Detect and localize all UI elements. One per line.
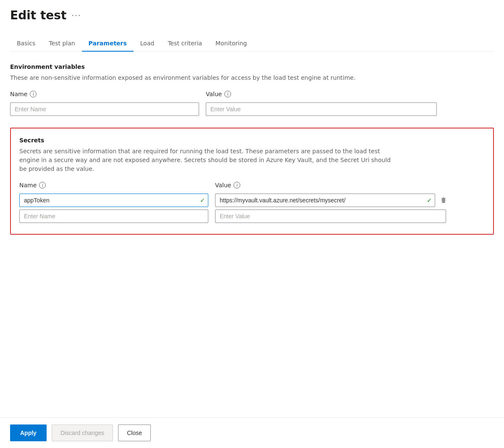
secrets-delete-button-1[interactable] <box>437 194 450 207</box>
tab-monitoring[interactable]: Monitoring <box>209 36 254 52</box>
env-variables-labels: Name i Value i <box>10 91 494 100</box>
secrets-value-check-icon: ✓ <box>427 197 432 204</box>
secrets-section: Secrets Secrets are sensitive informatio… <box>10 128 494 235</box>
secrets-name-input-2[interactable] <box>19 210 208 223</box>
env-value-label: Value i <box>206 91 437 97</box>
trash-icon <box>440 197 447 204</box>
secrets-labels: Name i Value i <box>19 182 485 191</box>
tab-parameters[interactable]: Parameters <box>82 36 134 52</box>
page-title: Edit test <box>10 8 66 22</box>
env-name-input[interactable] <box>10 102 199 116</box>
secrets-name-wrapper: ✓ <box>19 194 208 207</box>
env-value-input[interactable] <box>206 102 437 116</box>
secrets-value-input-2[interactable] <box>215 210 446 223</box>
env-name-info-icon[interactable]: i <box>30 91 37 97</box>
footer: Apply Discard changes Close <box>0 417 504 448</box>
secrets-value-label: Value i <box>215 182 446 189</box>
env-variables-input-row <box>10 102 494 116</box>
env-value-info-icon[interactable]: i <box>224 91 231 97</box>
env-variables-section: Environment variables These are non-sens… <box>10 63 494 116</box>
secrets-name-info-icon[interactable]: i <box>39 182 46 189</box>
page-header: Edit test ··· <box>10 8 494 22</box>
apply-button[interactable]: Apply <box>10 424 47 441</box>
env-variables-title: Environment variables <box>10 63 494 70</box>
env-name-label: Name i <box>10 91 199 97</box>
tab-load[interactable]: Load <box>134 36 161 52</box>
secrets-title: Secrets <box>19 137 485 144</box>
secrets-value-input-1[interactable] <box>215 194 435 207</box>
secrets-name-check-icon: ✓ <box>200 197 205 204</box>
secrets-value-wrapper: ✓ <box>215 194 435 207</box>
secrets-description: Secrets are sensitive information that a… <box>19 147 397 173</box>
more-options-icon[interactable]: ··· <box>71 11 81 20</box>
secrets-name-input-1[interactable] <box>19 194 208 207</box>
tabs-container: Basics Test plan Parameters Load Test cr… <box>10 36 494 52</box>
secrets-row-1: ✓ ✓ <box>19 194 485 207</box>
tab-test-criteria[interactable]: Test criteria <box>161 36 209 52</box>
tab-test-plan[interactable]: Test plan <box>42 36 81 52</box>
secrets-row-2 <box>19 210 485 223</box>
secrets-value-info-icon[interactable]: i <box>234 182 240 189</box>
close-button[interactable]: Close <box>118 424 151 441</box>
tab-basics[interactable]: Basics <box>10 36 42 52</box>
env-variables-description: These are non-sensitive information expo… <box>10 73 388 82</box>
discard-changes-button: Discard changes <box>52 424 113 441</box>
secrets-name-label: Name i <box>19 182 208 189</box>
